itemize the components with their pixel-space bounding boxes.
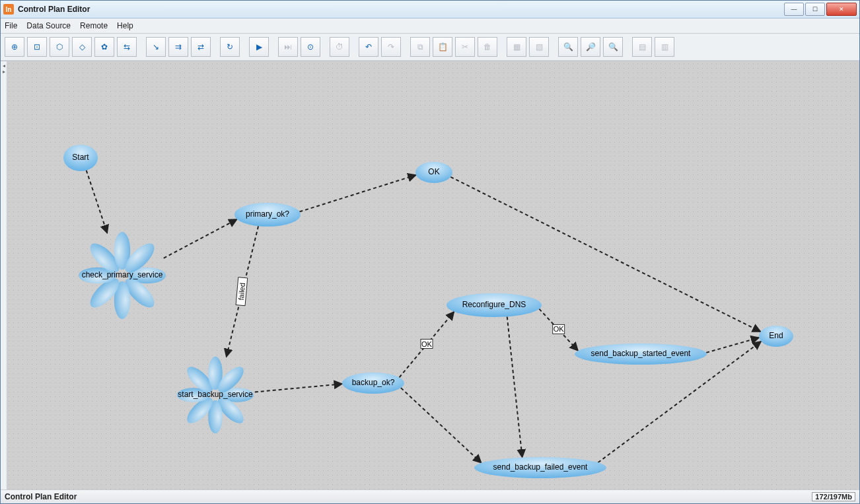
maximize-button[interactable]: ☐	[805, 3, 825, 16]
svg-point-34	[575, 343, 707, 365]
svg-text:OK: OK	[421, 340, 433, 348]
tool-add-box[interactable]: ⊡	[27, 37, 47, 57]
svg-text:OK: OK	[554, 325, 565, 333]
tool-add-hex[interactable]: ⬡	[50, 37, 69, 57]
close-button[interactable]: ✕	[826, 3, 857, 16]
tool-link-both[interactable]: ⇄	[191, 37, 211, 57]
edge-recfg-sentfail[interactable]	[507, 316, 522, 457]
tool-add-node[interactable]: ⊕	[5, 37, 24, 57]
tool-redo: ↷	[381, 37, 401, 57]
app-icon: In	[3, 4, 14, 15]
tool-play[interactable]: ⊙	[301, 37, 320, 57]
window-buttons: — ☐ ✕	[784, 3, 857, 16]
tool-zoom-in[interactable]: 🔍	[603, 37, 623, 57]
tool-zoom-out[interactable]: 🔍	[558, 37, 578, 57]
tool-link-parallel[interactable]: ⇉	[168, 37, 188, 57]
edge-label-primary-startbk: failed	[236, 277, 248, 306]
tool-add-gear[interactable]: ✿	[94, 37, 114, 57]
edge-sentok-end[interactable]	[706, 338, 759, 353]
svg-point-30	[342, 373, 404, 394]
tool-cut: ✂	[455, 37, 475, 57]
edge-label-recfg-sentok: OK	[553, 324, 565, 334]
minimize-button[interactable]: —	[784, 3, 804, 16]
edge-startbk-backup[interactable]	[255, 384, 342, 392]
tool-layout1: ▤	[632, 37, 652, 57]
tool-paste[interactable]: 📋	[433, 37, 452, 57]
edge-backup-sentfail[interactable]	[401, 388, 482, 463]
tool-link-single[interactable]: ↘	[146, 37, 166, 57]
svg-point-17	[234, 203, 301, 227]
node-primary[interactable]: primary_ok?	[234, 203, 301, 227]
toolbar: ⊕⊡⬡◇✿⇆↘⇉⇄↻▶⏭⊙⏱↶↷⧉📋✂🗑▦▧🔍🔎🔍▤▥	[1, 34, 859, 61]
svg-point-32	[447, 293, 542, 317]
tool-loop-arrow[interactable]: ↻	[220, 37, 240, 57]
node-check[interactable]: check_primary_service	[79, 232, 166, 319]
node-end[interactable]: End	[759, 326, 793, 347]
node-sentfail[interactable]: send_backup_failed_event	[474, 457, 606, 478]
tool-zoom-fit[interactable]: 🔎	[581, 37, 600, 57]
tool-back: ▧	[529, 37, 549, 57]
node-backup[interactable]: backup_ok?	[342, 373, 404, 394]
window-title: Control Plan Editor	[18, 5, 784, 14]
edge-primary-ok[interactable]	[299, 175, 415, 212]
tool-add-diamond[interactable]: ◇	[72, 37, 92, 57]
tool-debug[interactable]: ▶	[249, 37, 269, 57]
canvas-area: ◂▸ failedOKOKStartcheck_primary_servicep…	[1, 61, 859, 489]
tool-undo[interactable]: ↶	[359, 37, 378, 57]
titlebar[interactable]: In Control Plan Editor — ☐ ✕	[1, 1, 859, 18]
tool-front: ▦	[507, 37, 526, 57]
svg-point-36	[474, 457, 606, 478]
node-ok[interactable]: OK	[415, 162, 452, 183]
tool-timer: ⏱	[330, 37, 349, 57]
node-recfg[interactable]: Reconfigure_DNS	[447, 293, 542, 317]
tool-add-branch[interactable]: ⇆	[117, 37, 137, 57]
app-window: In Control Plan Editor — ☐ ✕ File Data S…	[0, 0, 860, 504]
tool-layout2: ▥	[655, 37, 674, 57]
edge-start-check[interactable]	[87, 170, 108, 233]
sidebar-collapse-handle[interactable]: ◂▸	[1, 61, 7, 489]
menu-remote[interactable]: Remote	[80, 21, 108, 30]
svg-point-19	[415, 162, 452, 183]
memory-indicator: 172/197Mb	[812, 492, 855, 501]
tool-copy: ⧉	[410, 37, 430, 57]
svg-point-38	[759, 326, 793, 347]
statusbar: Control Plan Editor 172/197Mb	[1, 489, 859, 503]
status-text: Control Plan Editor	[5, 492, 77, 501]
tool-delete: 🗑	[478, 37, 497, 57]
menu-file[interactable]: File	[5, 21, 17, 30]
edge-check-primary[interactable]	[164, 219, 237, 258]
edge-label-backup-recfg: OK	[421, 340, 433, 349]
svg-text:failed: failed	[237, 283, 246, 301]
diagram-canvas[interactable]: failedOKOKStartcheck_primary_serviceprim…	[7, 61, 859, 489]
node-start[interactable]: Start	[63, 145, 98, 171]
node-startbk[interactable]: start_backup_service	[177, 357, 254, 433]
diagram-svg: failedOKOKStartcheck_primary_serviceprim…	[7, 61, 859, 489]
node-sentok[interactable]: send_backup_started_event	[575, 343, 707, 365]
menu-help[interactable]: Help	[117, 21, 133, 30]
menu-data-source[interactable]: Data Source	[26, 21, 71, 30]
svg-point-6	[63, 145, 98, 171]
menubar: File Data Source Remote Help	[1, 18, 859, 34]
tool-step: ⏭	[278, 37, 298, 57]
